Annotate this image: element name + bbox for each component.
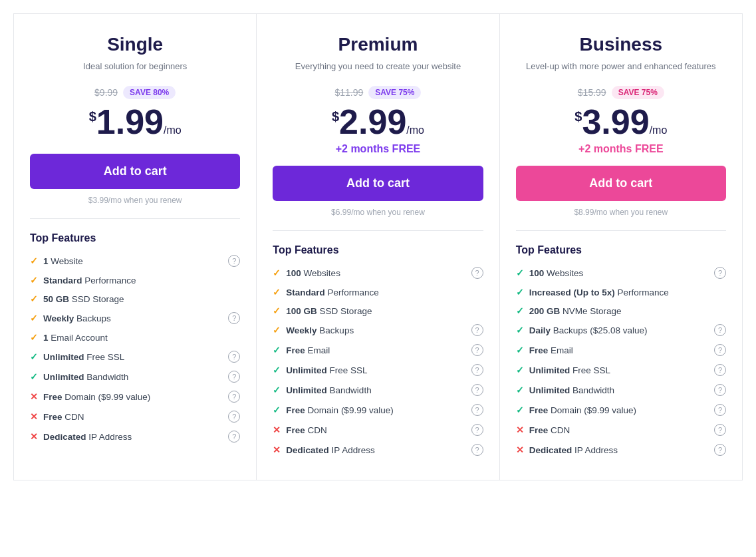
feature-item-business-7: ✓Free Domain ($9.99 value)? bbox=[516, 404, 726, 416]
features-title-business: Top Features bbox=[516, 244, 726, 256]
check-icon-premium-1: ✓ bbox=[273, 287, 281, 297]
info-icon-single-6[interactable]: ? bbox=[228, 371, 240, 383]
renew-text-single: $3.99/mo when you renew bbox=[30, 196, 240, 205]
save-badge-single: SAVE 80% bbox=[123, 86, 176, 99]
info-icon-single-5[interactable]: ? bbox=[228, 351, 240, 363]
cross-icon-business-9: ✕ bbox=[516, 445, 524, 455]
feature-text-premium-5: Unlimited Free SSL bbox=[286, 365, 367, 375]
feature-left-business-3: ✓Daily Backups ($25.08 value) bbox=[516, 325, 648, 335]
plan-card-single: SingleIdeal solution for beginners$9.99S… bbox=[13, 13, 256, 480]
info-icon-premium-0[interactable]: ? bbox=[471, 267, 483, 279]
feature-text-single-8: Free CDN bbox=[43, 412, 84, 422]
original-price-premium: $11.99 bbox=[335, 87, 364, 98]
check-icon-business-5: ✓ bbox=[516, 365, 524, 375]
feature-item-business-4: ✓Free Email? bbox=[516, 344, 726, 356]
check-icon-premium-3: ✓ bbox=[273, 325, 281, 335]
info-icon-single-8[interactable]: ? bbox=[228, 411, 240, 423]
feature-item-business-9: ✕Dedicated IP Address? bbox=[516, 444, 726, 456]
info-icon-premium-3[interactable]: ? bbox=[471, 324, 483, 336]
add-to-cart-button-premium[interactable]: Add to cart bbox=[273, 166, 483, 201]
feature-item-business-3: ✓Daily Backups ($25.08 value)? bbox=[516, 324, 726, 336]
price-row-business: $15.99SAVE 75% bbox=[516, 86, 726, 99]
check-icon-single-2: ✓ bbox=[30, 293, 38, 304]
feature-text-business-4: Free Email bbox=[529, 345, 573, 355]
plan-subtitle-business: Level-up with more power and enhanced fe… bbox=[516, 61, 726, 73]
feature-text-single-3: Weekly Backups bbox=[43, 313, 111, 323]
feature-left-business-8: ✕Free CDN bbox=[516, 425, 570, 435]
original-price-single: $9.99 bbox=[94, 87, 118, 98]
feature-text-single-9: Dedicated IP Address bbox=[43, 432, 132, 442]
info-icon-business-3[interactable]: ? bbox=[714, 324, 726, 336]
info-icon-business-0[interactable]: ? bbox=[714, 267, 726, 279]
check-icon-business-4: ✓ bbox=[516, 345, 524, 355]
feature-left-single-2: ✓50 GB SSD Storage bbox=[30, 293, 124, 304]
info-icon-premium-6[interactable]: ? bbox=[471, 384, 483, 396]
price-row-single: $9.99SAVE 80% bbox=[30, 86, 240, 99]
feature-left-premium-1: ✓Standard Performance bbox=[273, 287, 379, 297]
plan-title-premium: Premium bbox=[273, 34, 483, 55]
feature-left-premium-9: ✕Dedicated IP Address bbox=[273, 445, 374, 455]
feature-text-premium-3: Weekly Backups bbox=[286, 325, 354, 335]
info-icon-premium-9[interactable]: ? bbox=[471, 444, 483, 456]
feature-item-single-2: ✓50 GB SSD Storage bbox=[30, 293, 240, 304]
feature-left-single-7: ✕Free Domain ($9.99 value) bbox=[30, 391, 150, 402]
feature-item-premium-1: ✓Standard Performance bbox=[273, 287, 483, 297]
info-icon-premium-4[interactable]: ? bbox=[471, 344, 483, 356]
divider-single bbox=[30, 218, 240, 219]
feature-text-business-1: Increased (Up to 5x) Performance bbox=[529, 287, 669, 297]
add-to-cart-button-single[interactable]: Add to cart bbox=[30, 154, 240, 189]
feature-item-single-9: ✕Dedicated IP Address? bbox=[30, 431, 240, 443]
info-icon-premium-8[interactable]: ? bbox=[471, 424, 483, 436]
amount-single: 1.99 bbox=[96, 102, 164, 141]
feature-item-single-7: ✕Free Domain ($9.99 value)? bbox=[30, 391, 240, 403]
info-icon-business-9[interactable]: ? bbox=[714, 444, 726, 456]
info-icon-business-6[interactable]: ? bbox=[714, 384, 726, 396]
feature-left-business-0: ✓100 Websites bbox=[516, 268, 584, 278]
cross-icon-business-8: ✕ bbox=[516, 425, 524, 435]
check-icon-single-1: ✓ bbox=[30, 275, 38, 285]
info-icon-premium-5[interactable]: ? bbox=[471, 364, 483, 376]
feature-item-premium-9: ✕Dedicated IP Address? bbox=[273, 444, 483, 456]
feature-text-single-5: Unlimited Free SSL bbox=[43, 352, 124, 362]
feature-text-premium-7: Free Domain ($9.99 value) bbox=[286, 405, 393, 415]
feature-text-business-7: Free Domain ($9.99 value) bbox=[529, 405, 636, 415]
check-icon-single-0: ✓ bbox=[30, 256, 38, 266]
info-icon-single-3[interactable]: ? bbox=[228, 312, 240, 324]
info-icon-premium-7[interactable]: ? bbox=[471, 404, 483, 416]
feature-item-business-2: ✓200 GB NVMe Storage bbox=[516, 305, 726, 316]
feature-text-premium-4: Free Email bbox=[286, 345, 330, 355]
info-icon-business-5[interactable]: ? bbox=[714, 364, 726, 376]
check-icon-business-6: ✓ bbox=[516, 385, 524, 395]
info-icon-business-7[interactable]: ? bbox=[714, 404, 726, 416]
info-icon-single-9[interactable]: ? bbox=[228, 431, 240, 443]
feature-item-single-5: ✓Unlimited Free SSL? bbox=[30, 351, 240, 363]
amount-business: 3.99 bbox=[582, 102, 649, 141]
features-title-single: Top Features bbox=[30, 232, 240, 244]
check-icon-business-2: ✓ bbox=[516, 305, 524, 316]
feature-left-business-5: ✓Unlimited Free SSL bbox=[516, 365, 610, 375]
add-to-cart-button-business[interactable]: Add to cart bbox=[516, 166, 726, 201]
feature-item-premium-6: ✓Unlimited Bandwidth? bbox=[273, 384, 483, 396]
feature-item-premium-5: ✓Unlimited Free SSL? bbox=[273, 364, 483, 376]
feature-text-single-7: Free Domain ($9.99 value) bbox=[43, 392, 150, 402]
feature-text-business-8: Free CDN bbox=[529, 425, 570, 435]
info-icon-business-8[interactable]: ? bbox=[714, 424, 726, 436]
check-icon-business-0: ✓ bbox=[516, 268, 524, 278]
feature-text-business-6: Unlimited Bandwidth bbox=[529, 385, 614, 395]
feature-left-business-2: ✓200 GB NVMe Storage bbox=[516, 305, 622, 316]
plans-container: SingleIdeal solution for beginners$9.99S… bbox=[13, 13, 743, 480]
info-icon-business-4[interactable]: ? bbox=[714, 344, 726, 356]
feature-left-single-0: ✓1 Website bbox=[30, 256, 83, 266]
feature-left-business-4: ✓Free Email bbox=[516, 345, 573, 355]
main-price-single: $1.99/mo bbox=[30, 104, 240, 139]
plan-subtitle-premium: Everything you need to create your websi… bbox=[273, 61, 483, 73]
feature-item-premium-7: ✓Free Domain ($9.99 value)? bbox=[273, 404, 483, 416]
check-icon-single-5: ✓ bbox=[30, 351, 38, 362]
renew-text-business: $8.99/mo when you renew bbox=[516, 208, 726, 217]
check-icon-premium-4: ✓ bbox=[273, 345, 281, 355]
check-icon-single-3: ✓ bbox=[30, 313, 38, 323]
feature-item-single-8: ✕Free CDN? bbox=[30, 411, 240, 423]
info-icon-single-7[interactable]: ? bbox=[228, 391, 240, 403]
info-icon-single-0[interactable]: ? bbox=[228, 255, 240, 267]
original-price-business: $15.99 bbox=[578, 87, 606, 98]
